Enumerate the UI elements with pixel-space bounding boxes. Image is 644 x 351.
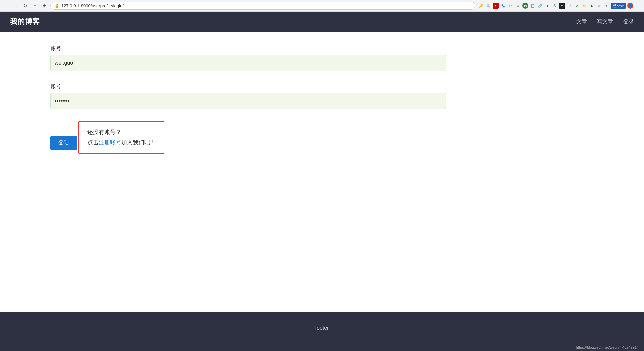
icon-history: ↺ [515, 3, 521, 9]
icon-key: 🔑 [478, 3, 484, 9]
navbar-links: 文章 写文章 登录 [576, 18, 634, 25]
icon-folder: 📁 [581, 3, 587, 9]
icon-ext2: ✂ [507, 3, 514, 9]
password-group: 账号 [50, 83, 594, 116]
username-input[interactable] [50, 55, 446, 71]
icon-ext1: 🐾 [500, 3, 506, 9]
login-button[interactable]: 登陆 [50, 136, 77, 150]
icon-ext5: 🔗 [537, 3, 543, 9]
icon-down: ▼ [603, 3, 609, 9]
password-label: 账号 [50, 83, 594, 90]
icon-ext3: 19 [522, 3, 528, 9]
icon-ext11: 🖥 [596, 3, 602, 9]
username-label: 账号 [50, 45, 594, 52]
icon-ext6: ● [544, 3, 550, 9]
login-nav-link[interactable]: 登录 [623, 18, 634, 25]
user-badge: 已登录 [611, 3, 626, 9]
address-bar[interactable]: 🔒 127.0.0.1:8000/userprofile/login/ [50, 2, 475, 10]
icon-check: ✔ [574, 3, 580, 9]
icon-ext4: 📋 [530, 3, 536, 9]
register-box: 还没有账号？ 点击注册账号加入我们吧！ [78, 121, 164, 154]
browser-toolbar: 🔑 🔍 ✦ 🐾 ✂ ↺ 19 📋 🔗 ● S M 📄 ✔ 📁 ◆ 🖥 ▼ 已登录… [478, 3, 641, 9]
site-brand[interactable]: 我的博客 [10, 17, 40, 27]
write-article-link[interactable]: 写文章 [597, 18, 613, 25]
back-button[interactable]: ← [3, 2, 10, 9]
icon-flag: ✦ [493, 3, 499, 9]
icon-ext7: S [552, 3, 558, 9]
register-prompt-line2: 点击注册账号加入我们吧！ [87, 139, 156, 147]
browser-chrome: ← → ↻ ⌂ ★ 🔒 127.0.0.1:8000/userprofile/l… [0, 0, 644, 12]
icon-zoom: 🔍 [485, 3, 491, 9]
main-content: 账号 账号 登陆 还没有账号？ 点击注册账号加入我们吧！ [0, 32, 644, 312]
username-group: 账号 [50, 45, 594, 78]
bookmark-button[interactable]: ★ [41, 2, 48, 9]
icon-avatar: 👤 [627, 3, 633, 9]
register-link[interactable]: 注册账号 [99, 139, 121, 146]
forward-button[interactable]: → [13, 2, 19, 9]
icon-ext10: ◆ [589, 3, 595, 9]
icon-menu[interactable]: ⋮ [635, 3, 641, 9]
footer: footer [0, 312, 644, 344]
home-button[interactable]: ⌂ [32, 2, 38, 9]
register-prompt-line1: 还没有账号？ [87, 128, 156, 136]
reload-button[interactable]: ↻ [22, 2, 29, 9]
status-bar: https://blog.csdn.net/weixin_43249914 [0, 344, 644, 351]
icon-ext8: M [559, 3, 565, 9]
url-text: 127.0.0.1:8000/userprofile/login/ [61, 3, 124, 8]
articles-link[interactable]: 文章 [576, 18, 587, 25]
navbar: 我的博客 文章 写文章 登录 [0, 12, 644, 32]
footer-text: footer [315, 325, 329, 331]
register-suffix: 加入我们吧！ [121, 139, 156, 146]
register-prefix: 点击 [87, 139, 99, 146]
status-url: https://blog.csdn.net/weixin_43249914 [576, 345, 639, 349]
password-input[interactable] [50, 93, 446, 109]
icon-ext9: 📄 [567, 3, 573, 9]
